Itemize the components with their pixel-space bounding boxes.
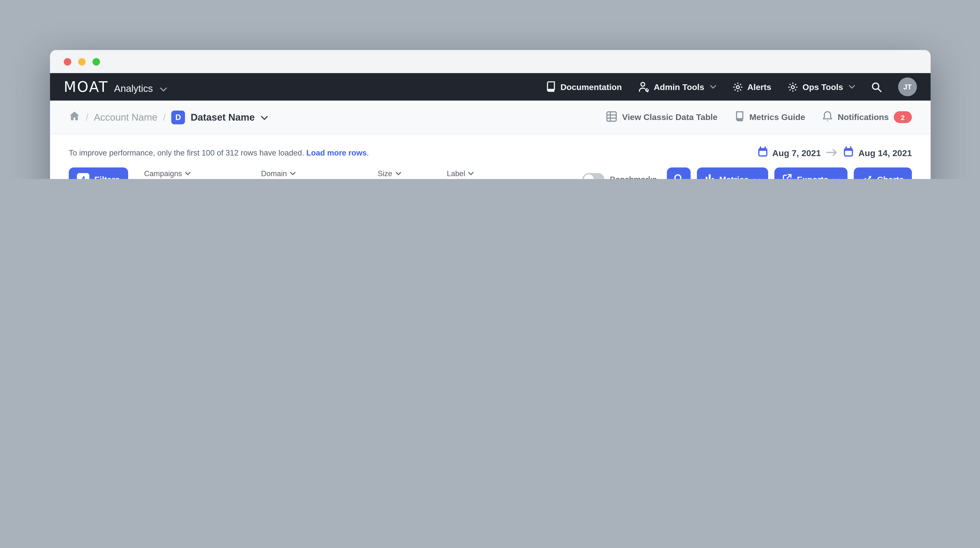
dataset-badge: D bbox=[171, 110, 185, 124]
window-close-button[interactable] bbox=[64, 58, 71, 65]
date-range: Aug 7, 2021 Aug 14, 2021 bbox=[757, 146, 912, 159]
chevron-down-icon bbox=[160, 83, 167, 94]
breadcrumb-dataset[interactable]: Dataset Name bbox=[191, 111, 255, 123]
app-window: MOAT Analytics Documentation Admin Tools bbox=[50, 50, 931, 179]
load-more-rows-link[interactable]: Load more rows bbox=[306, 148, 367, 157]
home-icon[interactable] bbox=[69, 111, 80, 124]
brand-logo[interactable]: MOAT Analytics bbox=[64, 79, 167, 95]
breadcrumb-separator: / bbox=[163, 112, 166, 122]
benchmarks-control: Benchmarks bbox=[582, 173, 657, 179]
nav-item-label: Ops Tools bbox=[803, 82, 843, 92]
search-icon bbox=[871, 81, 882, 92]
breadcrumb-separator: / bbox=[86, 112, 88, 122]
action-label: Metrics Guide bbox=[749, 113, 805, 122]
table-search-button[interactable] bbox=[667, 167, 690, 179]
notifications-button[interactable]: Notifications 2 bbox=[822, 111, 912, 124]
main-content: To improve performance, only the first 1… bbox=[50, 146, 931, 179]
bar-chart-icon bbox=[705, 174, 714, 179]
filter-label-domain[interactable]: Domain bbox=[261, 169, 352, 178]
chevron-down-icon bbox=[468, 172, 474, 175]
charts-label: Charts bbox=[877, 175, 904, 179]
filters-button[interactable]: 4 Filters bbox=[69, 167, 128, 179]
arrow-right-icon bbox=[826, 148, 838, 158]
active-filters: Campaigns Campaign-1 3675437 ✕ Domain bbox=[144, 169, 486, 179]
metrics-label: Metrics bbox=[719, 175, 749, 179]
window-zoom-button[interactable] bbox=[92, 58, 100, 65]
search-icon bbox=[673, 173, 684, 179]
filters-label: Filters bbox=[94, 175, 119, 179]
notice-suffix: . bbox=[367, 148, 369, 157]
export-icon bbox=[783, 174, 792, 179]
filter-bar: 4 Filters Campaigns Campaign-1 3675437 ✕ bbox=[69, 167, 912, 179]
start-date: Aug 7, 2021 bbox=[772, 148, 821, 158]
filter-label-size[interactable]: Size bbox=[378, 169, 421, 178]
calendar-icon bbox=[843, 146, 854, 159]
window-titlebar bbox=[50, 50, 931, 73]
filters-count-badge: 4 bbox=[77, 173, 89, 179]
window-minimize-button[interactable] bbox=[78, 58, 86, 65]
user-avatar[interactable]: JT bbox=[898, 78, 917, 96]
breadcrumb-actions: View Classic Data Table Metrics Guide No… bbox=[606, 111, 912, 124]
bell-icon bbox=[822, 111, 833, 124]
desktop-background: MOAT Analytics Documentation Admin Tools bbox=[0, 0, 980, 179]
notice-row: To improve performance, only the first 1… bbox=[69, 146, 912, 159]
book-icon bbox=[546, 81, 556, 92]
end-date: Aug 14, 2021 bbox=[858, 148, 912, 158]
gear-icon bbox=[732, 81, 743, 92]
gear-icon bbox=[788, 81, 798, 92]
metrics-button[interactable]: Metrics bbox=[697, 167, 768, 179]
notice-text: To improve performance, only the first 1… bbox=[69, 148, 304, 157]
nav-item-alerts[interactable]: Alerts bbox=[732, 81, 772, 92]
top-navbar: MOAT Analytics Documentation Admin Tools bbox=[50, 73, 931, 101]
navbar-menu: Documentation Admin Tools Alerts Ops Too… bbox=[546, 78, 917, 96]
toggle-knob bbox=[584, 174, 593, 179]
product-name: Analytics bbox=[114, 83, 153, 94]
nav-item-label: Documentation bbox=[560, 82, 622, 92]
table-icon bbox=[606, 111, 617, 123]
chevron-down-icon[interactable] bbox=[260, 111, 268, 123]
start-date-picker[interactable]: Aug 7, 2021 bbox=[757, 146, 821, 159]
action-label: View Classic Data Table bbox=[622, 113, 718, 122]
filter-group-size: Size 300x600 ✕ bbox=[378, 169, 421, 179]
notifications-count-badge: 2 bbox=[894, 111, 912, 123]
navbar-search-button[interactable] bbox=[871, 81, 882, 92]
chevron-down-icon bbox=[395, 172, 401, 175]
filter-group-domain: Domain yahoo.com 13734773 ✕ bbox=[261, 169, 352, 179]
exports-button[interactable]: Exports bbox=[775, 167, 848, 179]
calendar-icon bbox=[757, 146, 768, 159]
moat-logo: MOAT bbox=[64, 79, 108, 95]
benchmarks-toggle[interactable] bbox=[582, 173, 604, 179]
nav-item-label: Alerts bbox=[747, 82, 771, 92]
exports-label: Exports bbox=[797, 175, 828, 179]
chevron-down-icon bbox=[833, 175, 840, 179]
nav-item-ops-tools[interactable]: Ops Tools bbox=[788, 81, 855, 92]
action-label: Notifications bbox=[838, 113, 889, 122]
metrics-guide-button[interactable]: Metrics Guide bbox=[735, 111, 805, 123]
nav-item-label: Admin Tools bbox=[654, 82, 704, 92]
filter-bar-actions: Benchmarks Metrics Exports bbox=[582, 167, 912, 179]
breadcrumb-bar: / Account Name / D Dataset Name View Cla… bbox=[50, 101, 931, 134]
filter-label-label[interactable]: Label bbox=[447, 169, 486, 178]
chevron-down-icon bbox=[754, 175, 760, 179]
filter-group-campaigns: Campaigns Campaign-1 3675437 ✕ bbox=[144, 169, 235, 179]
view-classic-data-table-button[interactable]: View Classic Data Table bbox=[606, 111, 718, 123]
breadcrumb: / Account Name / D Dataset Name bbox=[69, 110, 268, 124]
end-date-picker[interactable]: Aug 14, 2021 bbox=[843, 146, 912, 159]
chevron-down-icon bbox=[849, 85, 855, 89]
book-icon bbox=[735, 111, 745, 123]
charts-button[interactable]: Charts bbox=[854, 167, 912, 179]
load-notice: To improve performance, only the first 1… bbox=[69, 148, 369, 157]
benchmarks-label: Benchmarks bbox=[610, 175, 657, 179]
filter-label-campaigns[interactable]: Campaigns bbox=[144, 169, 235, 178]
admin-person-icon bbox=[638, 81, 649, 92]
line-chart-icon bbox=[862, 174, 872, 179]
nav-item-admin-tools[interactable]: Admin Tools bbox=[638, 81, 716, 92]
nav-item-documentation[interactable]: Documentation bbox=[546, 81, 622, 92]
filter-group-label: Label Holiday ✕ bbox=[447, 169, 486, 179]
chevron-down-icon bbox=[290, 172, 296, 175]
breadcrumb-account[interactable]: Account Name bbox=[94, 111, 158, 123]
chevron-down-icon bbox=[710, 85, 716, 89]
chevron-down-icon bbox=[185, 172, 191, 175]
